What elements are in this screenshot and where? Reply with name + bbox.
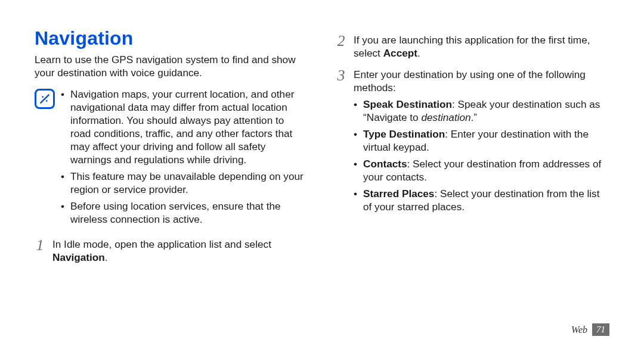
svg-line-0 <box>41 95 48 102</box>
method-item: Starred Places: Select your destination … <box>354 187 607 213</box>
step-number: 1 <box>35 238 45 264</box>
step-2: 2 If you are launching this application … <box>336 33 607 60</box>
svg-point-2 <box>46 100 48 102</box>
right-column: 2 If you are launching this application … <box>336 27 607 325</box>
step-bold: Accept <box>383 47 417 59</box>
method-item: Speak Destination: Speak your destinatio… <box>354 98 607 124</box>
method-bold: Type Destination <box>363 128 445 140</box>
note-list: Navigation maps, your current location, … <box>61 88 306 229</box>
step-body: In Idle mode, open the application list … <box>52 238 306 264</box>
footer-section-label: Web <box>571 325 587 335</box>
manual-page: Navigation Learn to use the GPS navigati… <box>0 0 644 349</box>
section-title: Navigation <box>35 27 306 49</box>
method-item: Contacts: Select your destination from a… <box>354 157 607 183</box>
step-1: 1 In Idle mode, open the application lis… <box>35 238 306 264</box>
step-text: In Idle mode, open the application list … <box>52 238 271 250</box>
method-bold: Contacts <box>363 158 407 170</box>
note-icon <box>35 89 55 109</box>
note-item: Before using location services, ensure t… <box>61 200 306 226</box>
note-item: Navigation maps, your current location, … <box>61 88 306 166</box>
method-ital: destination <box>421 111 470 123</box>
method-bold: Speak Destination <box>363 98 452 110</box>
step-bold: Navigation <box>52 251 105 263</box>
method-bold: Starred Places <box>363 188 434 200</box>
svg-point-1 <box>42 96 44 98</box>
step-number: 2 <box>336 33 346 60</box>
step-text: . <box>105 251 108 263</box>
step-body: Enter your destination by using one of t… <box>354 68 607 217</box>
step-number: 3 <box>336 68 346 217</box>
page-footer: Web 71 <box>571 323 609 336</box>
method-list: Speak Destination: Speak your destinatio… <box>354 98 607 213</box>
footer-page-number: 71 <box>592 323 609 336</box>
left-column: Navigation Learn to use the GPS navigati… <box>35 27 306 325</box>
note-item: This feature may be unavailable dependin… <box>61 170 306 196</box>
method-text: .” <box>471 111 478 123</box>
step-body: If you are launching this application fo… <box>354 33 607 60</box>
intro-text: Learn to use the GPS navigation system t… <box>35 53 306 79</box>
step-text: Enter your destination by using one of t… <box>354 68 586 94</box>
note-block: Navigation maps, your current location, … <box>35 88 306 229</box>
step-3: 3 Enter your destination by using one of… <box>336 68 607 217</box>
method-item: Type Destination: Enter your destination… <box>354 127 607 154</box>
step-text: . <box>417 47 420 59</box>
